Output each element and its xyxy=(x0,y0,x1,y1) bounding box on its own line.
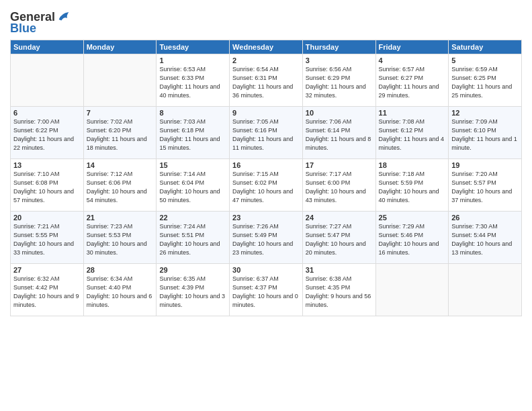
calendar-cell: 24Sunrise: 7:27 AM Sunset: 5:47 PM Dayli… xyxy=(302,212,375,264)
calendar-cell: 16Sunrise: 7:15 AM Sunset: 6:02 PM Dayli… xyxy=(230,159,303,212)
day-number: 28 xyxy=(87,266,154,274)
day-number: 13 xyxy=(13,161,81,169)
day-info: Sunrise: 6:53 AM Sunset: 6:33 PM Dayligh… xyxy=(159,65,226,100)
day-number: 26 xyxy=(451,214,519,222)
day-info: Sunrise: 6:34 AM Sunset: 4:40 PM Dayligh… xyxy=(87,275,154,310)
day-number: 6 xyxy=(13,109,81,117)
weekday-saturday: Saturday xyxy=(449,40,522,54)
calendar-cell: 15Sunrise: 7:14 AM Sunset: 6:04 PM Dayli… xyxy=(157,159,230,212)
day-number: 23 xyxy=(232,214,300,222)
day-info: Sunrise: 7:27 AM Sunset: 5:47 PM Dayligh… xyxy=(306,222,373,257)
day-number: 3 xyxy=(306,56,373,64)
calendar-cell: 10Sunrise: 7:06 AM Sunset: 6:14 PM Dayli… xyxy=(302,107,375,159)
day-info: Sunrise: 7:18 AM Sunset: 5:59 PM Dayligh… xyxy=(379,170,446,205)
day-info: Sunrise: 7:26 AM Sunset: 5:49 PM Dayligh… xyxy=(232,222,300,257)
calendar-cell: 13Sunrise: 7:10 AM Sunset: 6:08 PM Dayli… xyxy=(11,159,84,212)
week-row-3: 13Sunrise: 7:10 AM Sunset: 6:08 PM Dayli… xyxy=(11,159,522,212)
calendar-cell xyxy=(375,264,449,316)
calendar-cell xyxy=(83,54,157,107)
day-number: 18 xyxy=(379,161,446,169)
weekday-wednesday: Wednesday xyxy=(230,40,303,54)
calendar-cell: 2Sunrise: 6:54 AM Sunset: 6:31 PM Daylig… xyxy=(230,54,303,107)
day-info: Sunrise: 7:15 AM Sunset: 6:02 PM Dayligh… xyxy=(232,170,300,205)
weekday-header-row: SundayMondayTuesdayWednesdayThursdayFrid… xyxy=(11,40,522,54)
calendar-cell xyxy=(11,54,84,107)
week-row-1: 1Sunrise: 6:53 AM Sunset: 6:33 PM Daylig… xyxy=(11,54,522,107)
weekday-thursday: Thursday xyxy=(302,40,375,54)
calendar-cell: 30Sunrise: 6:37 AM Sunset: 4:37 PM Dayli… xyxy=(230,264,303,316)
day-info: Sunrise: 7:00 AM Sunset: 6:22 PM Dayligh… xyxy=(13,118,81,152)
calendar-cell: 19Sunrise: 7:20 AM Sunset: 5:57 PM Dayli… xyxy=(449,159,522,212)
day-number: 30 xyxy=(232,266,300,274)
weekday-monday: Monday xyxy=(83,40,157,54)
day-number: 4 xyxy=(379,56,446,64)
calendar-cell: 23Sunrise: 7:26 AM Sunset: 5:49 PM Dayli… xyxy=(230,212,303,264)
day-number: 19 xyxy=(451,161,519,169)
day-number: 1 xyxy=(159,56,226,64)
day-number: 25 xyxy=(379,214,446,222)
day-info: Sunrise: 7:29 AM Sunset: 5:46 PM Dayligh… xyxy=(379,222,446,257)
day-info: Sunrise: 7:17 AM Sunset: 6:00 PM Dayligh… xyxy=(306,170,373,205)
day-info: Sunrise: 6:59 AM Sunset: 6:25 PM Dayligh… xyxy=(451,65,519,100)
calendar-cell: 7Sunrise: 7:02 AM Sunset: 6:20 PM Daylig… xyxy=(83,107,157,159)
day-number: 5 xyxy=(451,56,519,64)
day-info: Sunrise: 6:35 AM Sunset: 4:39 PM Dayligh… xyxy=(159,275,226,310)
calendar-cell: 28Sunrise: 6:34 AM Sunset: 4:40 PM Dayli… xyxy=(83,264,157,316)
week-row-2: 6Sunrise: 7:00 AM Sunset: 6:22 PM Daylig… xyxy=(11,107,522,159)
day-info: Sunrise: 7:08 AM Sunset: 6:12 PM Dayligh… xyxy=(379,118,446,152)
day-info: Sunrise: 7:05 AM Sunset: 6:16 PM Dayligh… xyxy=(232,118,300,152)
logo-bird-icon xyxy=(56,9,71,24)
day-info: Sunrise: 7:10 AM Sunset: 6:08 PM Dayligh… xyxy=(13,170,81,205)
calendar-cell: 9Sunrise: 7:05 AM Sunset: 6:16 PM Daylig… xyxy=(230,107,303,159)
day-info: Sunrise: 7:12 AM Sunset: 6:06 PM Dayligh… xyxy=(87,170,154,205)
calendar-cell: 21Sunrise: 7:23 AM Sunset: 5:53 PM Dayli… xyxy=(83,212,157,264)
day-number: 31 xyxy=(306,266,373,274)
calendar-table: SundayMondayTuesdayWednesdayThursdayFrid… xyxy=(10,40,522,316)
day-number: 12 xyxy=(451,109,519,117)
calendar-cell: 27Sunrise: 6:32 AM Sunset: 4:42 PM Dayli… xyxy=(11,264,84,316)
day-number: 15 xyxy=(159,161,226,169)
calendar-cell: 12Sunrise: 7:09 AM Sunset: 6:10 PM Dayli… xyxy=(449,107,522,159)
day-number: 24 xyxy=(306,214,373,222)
calendar-cell: 11Sunrise: 7:08 AM Sunset: 6:12 PM Dayli… xyxy=(375,107,449,159)
day-info: Sunrise: 6:54 AM Sunset: 6:31 PM Dayligh… xyxy=(232,65,300,100)
day-info: Sunrise: 7:14 AM Sunset: 6:04 PM Dayligh… xyxy=(159,170,226,205)
week-row-5: 27Sunrise: 6:32 AM Sunset: 4:42 PM Dayli… xyxy=(11,264,522,316)
day-number: 21 xyxy=(87,214,154,222)
calendar-body: 1Sunrise: 6:53 AM Sunset: 6:33 PM Daylig… xyxy=(11,54,522,316)
day-number: 9 xyxy=(232,109,300,117)
day-number: 20 xyxy=(13,214,81,222)
day-info: Sunrise: 7:09 AM Sunset: 6:10 PM Dayligh… xyxy=(451,118,519,152)
day-number: 22 xyxy=(159,214,226,222)
day-info: Sunrise: 6:57 AM Sunset: 6:27 PM Dayligh… xyxy=(379,65,446,100)
day-info: Sunrise: 6:32 AM Sunset: 4:42 PM Dayligh… xyxy=(13,275,81,310)
weekday-friday: Friday xyxy=(375,40,449,54)
calendar-cell: 25Sunrise: 7:29 AM Sunset: 5:46 PM Dayli… xyxy=(375,212,449,264)
calendar-cell: 5Sunrise: 6:59 AM Sunset: 6:25 PM Daylig… xyxy=(449,54,522,107)
header: General Blue xyxy=(10,7,522,36)
week-row-4: 20Sunrise: 7:21 AM Sunset: 5:55 PM Dayli… xyxy=(11,212,522,264)
day-info: Sunrise: 7:20 AM Sunset: 5:57 PM Dayligh… xyxy=(451,170,519,205)
day-number: 8 xyxy=(159,109,226,117)
day-info: Sunrise: 7:24 AM Sunset: 5:51 PM Dayligh… xyxy=(159,222,226,257)
calendar-cell: 14Sunrise: 7:12 AM Sunset: 6:06 PM Dayli… xyxy=(83,159,157,212)
calendar-cell xyxy=(449,264,522,316)
day-info: Sunrise: 7:03 AM Sunset: 6:18 PM Dayligh… xyxy=(159,118,226,152)
calendar-cell: 31Sunrise: 6:38 AM Sunset: 4:35 PM Dayli… xyxy=(302,264,375,316)
logo: General Blue xyxy=(10,9,71,36)
day-info: Sunrise: 7:21 AM Sunset: 5:55 PM Dayligh… xyxy=(13,222,81,257)
day-number: 7 xyxy=(87,109,154,117)
calendar-cell: 6Sunrise: 7:00 AM Sunset: 6:22 PM Daylig… xyxy=(11,107,84,159)
calendar-cell: 29Sunrise: 6:35 AM Sunset: 4:39 PM Dayli… xyxy=(157,264,230,316)
day-info: Sunrise: 6:56 AM Sunset: 6:29 PM Dayligh… xyxy=(306,65,373,100)
day-info: Sunrise: 7:30 AM Sunset: 5:44 PM Dayligh… xyxy=(451,222,519,257)
day-number: 17 xyxy=(306,161,373,169)
day-number: 2 xyxy=(232,56,300,64)
weekday-sunday: Sunday xyxy=(11,40,84,54)
calendar-cell: 20Sunrise: 7:21 AM Sunset: 5:55 PM Dayli… xyxy=(11,212,84,264)
day-number: 29 xyxy=(159,266,226,274)
day-info: Sunrise: 7:23 AM Sunset: 5:53 PM Dayligh… xyxy=(87,222,154,257)
calendar-cell: 4Sunrise: 6:57 AM Sunset: 6:27 PM Daylig… xyxy=(375,54,449,107)
day-info: Sunrise: 6:38 AM Sunset: 4:35 PM Dayligh… xyxy=(306,275,373,310)
calendar-cell: 22Sunrise: 7:24 AM Sunset: 5:51 PM Dayli… xyxy=(157,212,230,264)
